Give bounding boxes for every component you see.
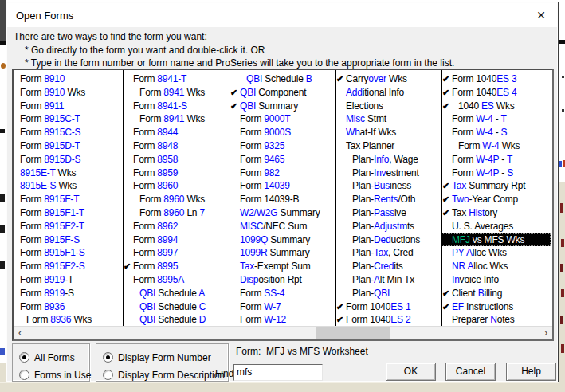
find-input[interactable]: mfs [233, 364, 323, 381]
form-list-item[interactable]: MISC/NEC Sum [230, 220, 335, 233]
form-list-item[interactable]: PY Alloc Wks [441, 246, 552, 260]
form-list-item[interactable]: Form 8910 [14, 73, 123, 86]
form-list-item[interactable]: ✔1040 ES Wks [441, 100, 552, 113]
form-list-item[interactable]: Form 8915F-T [14, 193, 123, 206]
form-list-item[interactable]: ✔QBI Summary [230, 100, 335, 113]
form-list-item[interactable]: Form W-4P - T [441, 153, 552, 167]
form-list-item[interactable]: Form 8941 Wks [123, 112, 230, 126]
form-list-item[interactable]: ✔Carryover Wks [335, 73, 441, 86]
form-list-item[interactable]: Plan-Investment [335, 167, 441, 180]
radio-display-form-number[interactable]: Display Form Number [103, 350, 211, 361]
form-list-item[interactable]: Elections [335, 100, 441, 113]
form-list-item[interactable]: 8915E-S Wks [14, 179, 123, 193]
form-list-item[interactable]: Form 8915F-S [14, 233, 123, 247]
form-list-item[interactable]: Form 8915F2-S [14, 260, 123, 273]
form-list-item[interactable]: Form 8910 Wks [14, 86, 123, 100]
radio-display-form-description[interactable]: Display Form Description [103, 367, 225, 378]
form-list-item[interactable]: Form 8941-T [123, 73, 230, 86]
help-button[interactable]: Help [506, 363, 556, 381]
form-list-item[interactable]: Form 8948 [123, 139, 230, 153]
form-list-item[interactable]: MFJ vs MFS Wks [441, 233, 551, 247]
form-list-item[interactable]: Form 8958 [123, 153, 230, 167]
form-list-item[interactable]: Form 8936 [14, 300, 123, 314]
ok-button[interactable]: OK [386, 363, 436, 381]
form-list-item[interactable]: ✔Tax History [441, 206, 552, 220]
form-list-item[interactable]: ✔Form 8995 [123, 260, 230, 273]
form-list-item[interactable]: Plan-QBI [335, 287, 441, 300]
form-list-item[interactable]: Plan-Credits [335, 260, 441, 273]
form-list-item[interactable]: Form W-4 - T [441, 112, 552, 126]
radio-forms-in-use[interactable]: Forms in Use [19, 367, 91, 378]
form-list-item[interactable]: Form 8915D-S [14, 153, 123, 167]
form-list-item[interactable]: ✔Two-Year Comp [441, 193, 552, 206]
form-list-item[interactable]: Tax Planner [335, 139, 441, 153]
form-list-item[interactable]: Form 8915C-T [14, 112, 123, 126]
form-list-item[interactable]: Form 8960 Wks [123, 193, 230, 206]
cancel-button[interactable]: Cancel [445, 363, 496, 381]
form-list-item[interactable]: Plan-Passive [335, 206, 441, 220]
form-list-item[interactable]: Invoice Info [441, 273, 552, 287]
form-list-item[interactable]: Tax-Exempt Sum [230, 260, 335, 273]
form-list-item[interactable]: Plan-Info, Wage [335, 153, 441, 167]
form-list-item[interactable]: Form 8997 [123, 246, 230, 260]
scroll-right-icon[interactable]: › [539, 327, 552, 339]
close-icon[interactable]: ✕ [533, 7, 549, 23]
form-list-item[interactable]: ✔Client Billing [441, 287, 552, 300]
form-list-item[interactable]: Form 9325 [230, 139, 335, 153]
form-list-item[interactable]: Plan-Tax, Cred [335, 246, 441, 260]
form-list-item[interactable]: 8915E-T Wks [14, 167, 123, 180]
form-list-item[interactable]: 1099R Summary [230, 246, 335, 260]
scrollbar-thumb[interactable] [316, 327, 390, 339]
form-list-item[interactable]: Plan-Adjustmts [335, 220, 441, 233]
form-list-item[interactable]: Form W-4P - S [441, 167, 552, 180]
form-list-item[interactable]: Form 8944 [123, 126, 230, 139]
form-list-item[interactable]: QBI Schedule A [123, 287, 230, 300]
form-list-item[interactable]: Form 8919-T [14, 273, 123, 287]
form-list-item[interactable]: Form 14039-B [230, 193, 335, 206]
form-list-item[interactable]: Form 9000T [230, 112, 335, 126]
form-list-item[interactable]: Form 982 [230, 167, 335, 180]
form-list-item[interactable]: Plan-Alt Min Tx [335, 273, 441, 287]
form-list-item[interactable]: Form 8915C-S [14, 126, 123, 139]
form-list-item[interactable]: Form 8941-S [123, 100, 230, 113]
form-list-item[interactable]: U. S. Averages [441, 220, 552, 233]
form-list-item[interactable]: Form 8960 [123, 179, 230, 193]
form-list-item[interactable]: Disposition Rpt [230, 273, 335, 287]
form-list-item[interactable]: Form 8915F1-S [14, 246, 123, 260]
form-list-item[interactable]: Form 8915F1-T [14, 206, 123, 220]
form-list-item[interactable]: QBI Schedule D [123, 313, 230, 327]
form-list-item[interactable]: Form 8919-S [14, 287, 123, 300]
form-list-item[interactable]: Preparer Notes [441, 313, 552, 327]
form-list-item[interactable]: ✔EF Instructions [441, 300, 552, 314]
form-list-item[interactable]: Form 14039 [230, 179, 335, 193]
form-list-item[interactable]: Form W-12 [230, 313, 335, 327]
form-list-item[interactable]: What-If Wks [335, 126, 441, 139]
form-list-item[interactable]: NR Alloc Wks [441, 260, 552, 273]
form-list-item[interactable]: Form 8959 [123, 167, 230, 180]
form-list-item[interactable]: ✔Form 1040ES 3 [441, 73, 552, 86]
horizontal-scrollbar[interactable]: ‹ › [14, 326, 552, 339]
form-list-item[interactable]: ✔Form 1040ES 4 [441, 86, 552, 100]
radio-button-icon[interactable] [19, 370, 29, 380]
form-list-item[interactable]: Form 8960 Ln 7 [123, 206, 230, 220]
form-list-item[interactable]: QBI Schedule B [230, 73, 335, 86]
form-list-item[interactable]: Form 8995A [123, 273, 230, 287]
form-list-item[interactable]: ✔QBI Component [230, 86, 335, 100]
form-list-item[interactable]: Form W-7 [230, 300, 335, 314]
form-list-item[interactable]: ✔Tax Summary Rpt [441, 179, 552, 193]
form-list-item[interactable]: Form 8915D-T [14, 139, 123, 153]
form-list-item[interactable]: Form 8911 [14, 100, 123, 113]
form-list-item[interactable]: Plan-Business [335, 179, 441, 193]
form-list-item[interactable]: Plan-Rents/Oth [335, 193, 441, 206]
form-list-item[interactable]: Form W-4 - S [441, 126, 552, 139]
radio-button-icon[interactable] [103, 370, 113, 380]
form-list-item[interactable]: ✔Form 1040ES 1 [335, 300, 441, 314]
form-list-item[interactable]: 1099Q Summary [230, 233, 335, 247]
form-list-item[interactable]: W2/W2G Summary [230, 206, 335, 220]
form-list-item[interactable]: Additional Info [335, 86, 441, 100]
form-list-item[interactable]: Form 8962 [123, 220, 230, 233]
form-list-item[interactable]: Form 8941 Wks [123, 86, 230, 100]
form-list-item[interactable]: Form 8915F2-T [14, 220, 123, 233]
radio-all-forms[interactable]: All Forms [19, 350, 75, 361]
form-list-item[interactable]: Form W-4 Wks [441, 139, 552, 153]
